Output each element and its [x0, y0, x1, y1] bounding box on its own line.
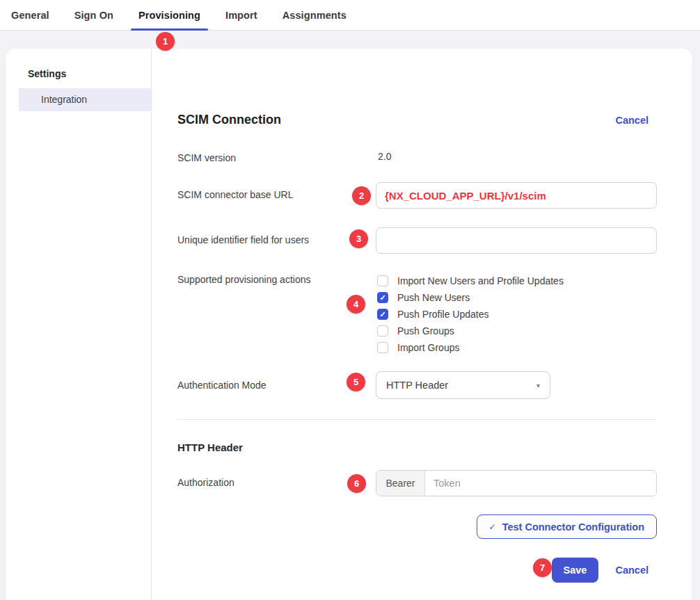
- settings-sidebar: Settings Integration: [6, 49, 152, 600]
- scim-version-value: 2.0: [376, 151, 391, 163]
- test-connector-button[interactable]: ✓ Test Connector Configuration: [477, 514, 657, 539]
- authorization-label: Authorization: [177, 470, 376, 488]
- provisioning-card: Settings Integration SCIM Connection Can…: [6, 49, 692, 600]
- annotation-badge-2: 2: [352, 186, 371, 205]
- checkbox-label: Push Groups: [397, 325, 454, 337]
- checkbox-icon: ✓: [377, 275, 388, 286]
- checkbox-icon: ✓: [377, 309, 388, 320]
- tab-import[interactable]: Import: [218, 0, 265, 30]
- sidebar-item-integration[interactable]: Integration: [19, 88, 151, 111]
- test-connector-label: Test Connector Configuration: [502, 521, 644, 533]
- checkbox-icon: ✓: [377, 342, 388, 353]
- cancel-link-top[interactable]: Cancel: [615, 115, 649, 126]
- annotation-badge-1: 1: [156, 32, 175, 51]
- annotation-badge-5: 5: [347, 373, 365, 391]
- check-icon: ✓: [489, 522, 496, 532]
- token-input[interactable]: [425, 471, 656, 496]
- checkbox-icon: ✓: [377, 325, 388, 337]
- scim-connection-form: SCIM Connection Cancel SCIM version 2.0 …: [177, 49, 657, 583]
- provisioning-actions-label: Supported provisioning actions: [177, 273, 376, 356]
- checkbox-icon: ✓: [377, 292, 388, 303]
- app-tabbar: General Sign On Provisioning Import Assi…: [0, 0, 700, 31]
- unique-id-input[interactable]: [376, 227, 657, 254]
- base-url-label: SCIM connector base URL: [177, 182, 376, 200]
- base-url-input[interactable]: [376, 182, 657, 209]
- unique-id-label: Unique identifier field for users: [177, 227, 376, 245]
- checkbox-label: Push New Users: [397, 292, 470, 303]
- http-header-heading: HTTP Header: [177, 441, 657, 453]
- checkbox-import-new-users[interactable]: ✓ Import New Users and Profile Updates: [376, 273, 564, 289]
- provisioning-actions-group: ✓ Import New Users and Profile Updates ✓…: [376, 273, 564, 356]
- checkbox-label: Import Groups: [397, 342, 459, 353]
- section-divider: [177, 419, 657, 420]
- auth-mode-selected-value: HTTP Header: [386, 380, 448, 391]
- bearer-prefix: Bearer: [376, 471, 425, 496]
- annotation-badge-7: 7: [533, 558, 552, 577]
- chevron-down-icon: ▾: [536, 382, 540, 389]
- tab-sign-on[interactable]: Sign On: [67, 0, 121, 30]
- tab-assignments[interactable]: Assignments: [275, 0, 354, 30]
- tab-general[interactable]: General: [3, 0, 57, 30]
- auth-mode-select[interactable]: HTTP Header ▾: [376, 371, 550, 399]
- annotation-badge-4: 4: [347, 295, 365, 314]
- save-button[interactable]: Save: [552, 558, 599, 583]
- scim-version-label: SCIM version: [177, 151, 376, 163]
- checkbox-push-new-users[interactable]: ✓ Push New Users: [376, 289, 564, 306]
- annotation-badge-3: 3: [349, 229, 368, 248]
- form-title: SCIM Connection: [177, 113, 281, 127]
- checkbox-push-groups[interactable]: ✓ Push Groups: [376, 323, 564, 339]
- annotation-badge-6: 6: [347, 474, 366, 493]
- checkbox-label: Import New Users and Profile Updates: [397, 275, 564, 286]
- tab-provisioning[interactable]: Provisioning: [131, 0, 208, 30]
- checkbox-label: Push Profile Updates: [397, 309, 489, 320]
- sidebar-heading: Settings: [6, 68, 151, 79]
- checkbox-import-groups[interactable]: ✓ Import Groups: [376, 339, 564, 356]
- checkbox-push-profile-updates[interactable]: ✓ Push Profile Updates: [376, 306, 564, 323]
- cancel-link-bottom[interactable]: Cancel: [615, 565, 649, 576]
- authorization-input-group: Bearer: [376, 470, 657, 496]
